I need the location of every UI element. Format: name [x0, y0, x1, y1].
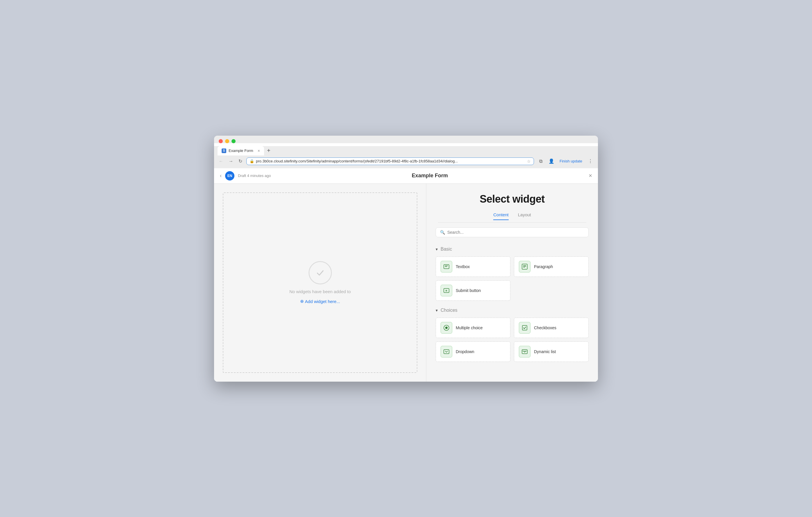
empty-state-icon [309, 261, 332, 284]
basic-section-label: Basic [441, 247, 452, 252]
basic-widget-grid: Textbox Paragraph [426, 254, 598, 303]
svg-text:B: B [445, 289, 447, 292]
user-avatar: EN [225, 171, 234, 181]
widget-selector-panel: Select widget Content Layout 🔍 ▾ [426, 184, 598, 382]
forward-button[interactable]: → [227, 158, 234, 165]
search-input[interactable] [447, 230, 584, 235]
choices-section-label: Choices [441, 308, 458, 313]
choices-section-chevron[interactable]: ▾ [436, 308, 438, 312]
svg-point-10 [445, 327, 447, 329]
maximize-traffic-light[interactable] [232, 139, 236, 143]
reload-button[interactable]: ↻ [237, 157, 243, 165]
widget-card-dynamic-list[interactable]: Dynamic list [514, 342, 589, 362]
checkboxes-icon [519, 322, 530, 334]
svg-rect-13 [522, 350, 527, 354]
browser-window: S Example Form × + ← → ↻ 🔒 ☆ ⧉ 👤 Finish … [214, 136, 598, 382]
browser-toolbar: ← → ↻ 🔒 ☆ ⧉ 👤 Finish update ⋮ [214, 156, 598, 168]
basic-section-chevron[interactable]: ▾ [436, 247, 438, 251]
paragraph-label: Paragraph [534, 264, 553, 269]
traffic-lights [219, 139, 593, 143]
extension-icons: ⧉ 👤 Finish update ⋮ [537, 157, 594, 165]
svg-rect-11 [522, 325, 527, 330]
tab-layout[interactable]: Layout [518, 212, 531, 220]
app-content: ‹ EN Draft 4 minutes ago Example Form × … [214, 168, 598, 382]
address-bar[interactable]: 🔒 ☆ [246, 158, 534, 165]
widget-card-checkboxes[interactable]: Checkboxes [514, 318, 589, 338]
form-dropzone[interactable]: No widgets have been added to ⊕ Add widg… [223, 192, 417, 373]
no-widgets-text: No widgets have been added to [289, 289, 351, 294]
search-bar[interactable]: 🔍 [436, 227, 589, 237]
minimize-traffic-light[interactable] [225, 139, 229, 143]
app-header: ‹ EN Draft 4 minutes ago Example Form × [214, 168, 598, 184]
section-choices-header: ▾ Choices [426, 305, 598, 315]
form-title: Example Form [274, 173, 585, 179]
submit-label: Submit button [456, 288, 481, 293]
form-canvas: No widgets have been added to ⊕ Add widg… [214, 184, 426, 382]
browser-titlebar [214, 136, 598, 143]
back-button[interactable]: ← [218, 158, 225, 165]
section-basic-header: ▾ Basic [426, 244, 598, 254]
add-widget-label: Add widget here... [305, 299, 340, 304]
choices-widget-grid: Multiple choice Checkboxes [426, 315, 598, 364]
widget-card-dropdown[interactable]: Dropdown [436, 342, 511, 362]
tab-favicon: S [222, 148, 226, 153]
multiple-choice-label: Multiple choice [456, 325, 483, 330]
widget-card-paragraph[interactable]: Paragraph [514, 256, 589, 277]
paragraph-icon [519, 261, 530, 272]
main-layout: No widgets have been added to ⊕ Add widg… [214, 184, 598, 382]
widget-panel-title: Select widget [438, 193, 586, 205]
finish-update-button[interactable]: Finish update [558, 158, 584, 164]
widget-tabs: Content Layout [438, 210, 586, 223]
extensions-button[interactable]: ⧉ [537, 157, 545, 165]
tab-content[interactable]: Content [493, 212, 509, 220]
tab-title: Example Form [229, 148, 253, 153]
multiple-choice-icon [441, 322, 452, 334]
textbox-label: Textbox [456, 264, 470, 269]
dropdown-label: Dropdown [456, 349, 474, 354]
close-panel-button[interactable]: × [589, 172, 592, 179]
active-tab[interactable]: S Example Form × [218, 146, 264, 156]
lock-icon: 🔒 [250, 159, 254, 163]
profile-icon[interactable]: 👤 [547, 157, 555, 165]
search-icon: 🔍 [440, 230, 445, 235]
widget-card-submit[interactable]: B Submit button [436, 280, 511, 301]
url-input[interactable] [256, 159, 525, 163]
textbox-icon [441, 261, 452, 272]
svg-rect-12 [444, 350, 449, 354]
new-tab-button[interactable]: + [265, 146, 273, 155]
submit-icon: B [441, 285, 452, 296]
svg-rect-3 [522, 264, 527, 269]
bookmark-icon[interactable]: ☆ [527, 159, 531, 164]
widget-card-textbox[interactable]: Textbox [436, 256, 511, 277]
tab-bar: S Example Form × + [214, 146, 598, 156]
draft-status: Draft 4 minutes ago [238, 173, 271, 178]
menu-button[interactable]: ⋮ [586, 157, 594, 165]
checkboxes-label: Checkboxes [534, 325, 556, 330]
dynamic-list-icon [519, 346, 530, 357]
add-widget-link[interactable]: ⊕ Add widget here... [300, 299, 340, 304]
close-traffic-light[interactable] [219, 139, 223, 143]
widget-panel-header: Select widget [426, 184, 598, 210]
dynamic-list-label: Dynamic list [534, 349, 556, 354]
app-back-button[interactable]: ‹ [220, 173, 222, 179]
dropdown-icon [441, 346, 452, 357]
tab-close-button[interactable]: × [258, 148, 260, 153]
add-widget-plus-icon: ⊕ [300, 299, 304, 304]
widget-card-multiple-choice[interactable]: Multiple choice [436, 318, 511, 338]
